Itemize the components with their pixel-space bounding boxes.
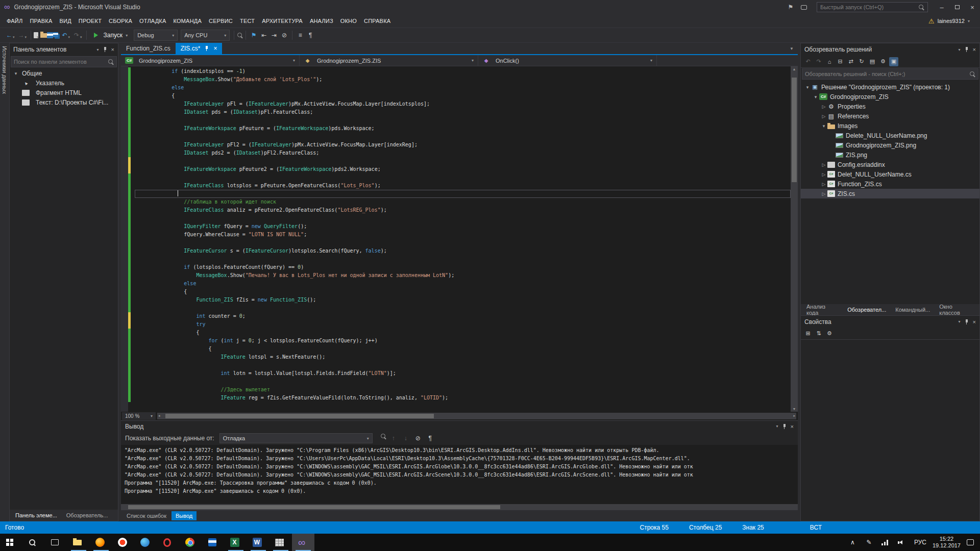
menu-item-12[interactable]: СПРАВКА — [360, 15, 394, 27]
output-horizontal-scrollbar[interactable] — [121, 504, 798, 510]
excel-button[interactable] — [225, 534, 247, 551]
scroll-left-icon[interactable]: ◂ — [158, 414, 160, 418]
expander-icon[interactable]: ▷ — [820, 182, 827, 187]
scroll-up-icon[interactable]: ▲ — [793, 67, 796, 71]
window-position-icon[interactable]: ▾ — [959, 319, 961, 324]
tree-item-icon[interactable] — [827, 181, 835, 187]
code-line[interactable] — [135, 157, 791, 165]
chevron-down-icon[interactable]: ▾ — [68, 35, 70, 39]
chevron-down-icon[interactable]: ▾ — [13, 35, 15, 39]
code-line[interactable]: { — [135, 345, 791, 353]
tree-item[interactable]: Delete_NULL_UserName.png — [801, 131, 979, 140]
document-tab[interactable]: ZIS.cs*× — [176, 43, 223, 54]
se-show-all-files-icon[interactable]: ▤ — [868, 57, 877, 66]
solution-search-input[interactable]: Обозреватель решений - поиск (Ctrl+;) — [802, 68, 978, 80]
code-line[interactable]: try — [135, 320, 791, 329]
maximize-button[interactable] — [949, 0, 965, 14]
se-refresh-icon[interactable]: ↻ — [857, 57, 866, 66]
menu-item-0[interactable]: ФАЙЛ — [3, 15, 26, 27]
network-icon[interactable] — [881, 540, 889, 545]
code-line[interactable]: IFeatureCursor s = (IFeatureCursor)lotsp… — [135, 247, 791, 255]
expander-icon[interactable]: ▷ — [820, 162, 827, 167]
tree-item[interactable]: ▷ZIS.cs — [801, 189, 979, 198]
menu-item-6[interactable]: КОМАНДА — [170, 15, 205, 27]
member-dropdown[interactable]: OnClick()▾ — [478, 55, 657, 66]
panel-tab[interactable]: Обозреватель... — [62, 511, 112, 520]
editor-horizontal-scrollbar[interactable]: ◂ ▸ — [157, 413, 796, 419]
tree-item[interactable]: ▷⚙Properties — [801, 102, 979, 111]
toolbox-item-icon[interactable] — [22, 81, 30, 86]
tree-item-icon[interactable]: ▤ — [827, 113, 835, 120]
taskbar-search-button[interactable] — [22, 534, 45, 551]
tree-item-icon[interactable] — [827, 162, 835, 168]
spreadsheet-app-button[interactable] — [270, 534, 292, 551]
menu-item-10[interactable]: АНАЛИЗ — [306, 15, 337, 27]
start-button[interactable] — [0, 534, 22, 551]
floppy-app-button[interactable] — [202, 534, 225, 551]
code-line[interactable] — [135, 304, 791, 312]
save-icon[interactable] — [47, 32, 53, 38]
code-line[interactable]: Function_ZIS fZis = new Function_ZIS(); — [135, 296, 791, 304]
panel-tab[interactable]: Список ошибок — [122, 511, 170, 520]
member-dropdown-icon[interactable] — [482, 58, 490, 63]
se-forward-icon[interactable]: ↷ — [814, 57, 823, 66]
feedback-flag-icon[interactable]: ⚑ — [784, 2, 797, 12]
solution-configurations-combo[interactable]: Debug▾ — [134, 30, 178, 41]
start-button-icon[interactable] — [6, 539, 14, 546]
code-line[interactable]: IQueryFilter fQuery = new QueryFilter(); — [135, 222, 791, 231]
opera-button-icon[interactable] — [163, 538, 171, 547]
code-line[interactable]: IFeatureWorkspace pFeuture = (IFeatureWo… — [135, 124, 791, 133]
panel-tab[interactable]: Обозревател... — [843, 305, 890, 314]
se-collapse-all-icon[interactable]: ⊟ — [836, 57, 845, 66]
hidden-icons-button[interactable]: ∧ — [849, 539, 856, 546]
pin-icon[interactable] — [103, 46, 108, 53]
code-line[interactable]: IFeatureLayer pFl2 = (IFeatureLayer)pMx.… — [135, 141, 791, 149]
opera-button[interactable] — [157, 534, 180, 551]
chevron-down-icon[interactable]: ▾ — [37, 35, 39, 39]
tree-item-icon[interactable] — [827, 124, 835, 129]
window-position-icon[interactable]: ▾ — [959, 47, 961, 52]
code-line[interactable] — [135, 378, 791, 386]
close-panel-icon[interactable]: × — [111, 46, 114, 53]
tree-item[interactable]: ZIS.png — [801, 150, 979, 160]
visual-studio-button[interactable] — [292, 534, 314, 551]
code-line[interactable]: else — [135, 84, 791, 92]
code-line[interactable] — [135, 173, 791, 182]
menu-item-7[interactable]: СЕРВИС — [205, 15, 236, 27]
toolbox-item[interactable]: Фрагмент HTML — [10, 88, 118, 97]
yandex-browser-button-icon[interactable] — [118, 538, 127, 547]
tree-item-icon[interactable] — [819, 93, 827, 100]
editor-vertical-scrollbar[interactable]: ▲ ▼ — [791, 66, 798, 412]
se-sync-icon[interactable]: ⇄ — [846, 57, 855, 66]
code-line[interactable] — [135, 116, 791, 124]
se-home-icon[interactable]: ⌂ — [825, 57, 834, 66]
close-panel-icon[interactable]: × — [973, 46, 976, 53]
output-source-combo[interactable]: Отладка ▾ — [219, 433, 373, 443]
run-button[interactable]: Запуск▾ — [89, 32, 133, 39]
se-preview-icon[interactable]: ▣ — [889, 57, 898, 66]
menu-item-11[interactable]: ОКНО — [337, 15, 360, 27]
save-all-icon[interactable] — [53, 32, 58, 37]
code-line[interactable] — [135, 214, 791, 222]
firefox-button-icon[interactable] — [95, 538, 105, 547]
quick-launch-box[interactable]: Быстрый запуск (Ctrl+Q) — [817, 2, 928, 12]
code-editor[interactable]: if (indexLotsplos == -1) MessageBox.Show… — [121, 67, 791, 412]
menu-item-2[interactable]: ВИД — [56, 15, 75, 27]
chrome-button[interactable] — [180, 534, 202, 551]
code-line[interactable]: IFeatureClass lotsplos = pFeuture.OpenFe… — [135, 182, 791, 190]
open-file-icon[interactable] — [40, 33, 47, 38]
expander-icon[interactable]: ▷ — [820, 172, 827, 177]
toolbox-group[interactable]: ▾Общие — [10, 68, 118, 78]
toolbox-item-icon[interactable] — [22, 99, 30, 106]
code-line[interactable]: IFeatureWorkspace pFeuture2 = (IFeatureW… — [135, 165, 791, 173]
props-categorized-icon[interactable]: ⊞ — [803, 329, 813, 338]
pin-icon[interactable] — [782, 423, 787, 430]
chevron-down-icon[interactable]: ▾ — [80, 35, 82, 39]
tab-overflow-icon[interactable]: ▼ — [786, 46, 798, 51]
code-line[interactable]: //таблица в которой идет поиск — [135, 198, 791, 206]
code-area[interactable]: if (indexLotsplos == -1) MessageBox.Show… — [121, 66, 798, 412]
next-message-icon[interactable]: ↓ — [401, 433, 411, 443]
code-line[interactable]: IFeature reg = fZis.GetFeatureValueFild(… — [135, 394, 791, 402]
pen-icon[interactable]: ✎ — [865, 539, 873, 546]
scroll-right-icon[interactable]: ▸ — [793, 414, 795, 418]
